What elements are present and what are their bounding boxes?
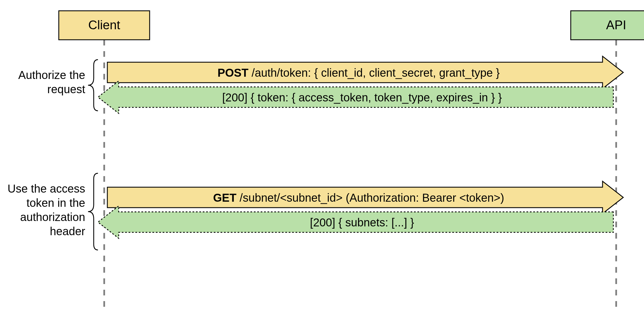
- use-response-text: [200] { subnets: [...] }: [310, 216, 414, 229]
- use-request-rest: /subnet/<subnet_id> (Authorization: Bear…: [237, 191, 504, 204]
- api-actor-label: API: [606, 18, 626, 32]
- group-use-label-line1: Use the access: [8, 182, 85, 195]
- auth-request-rest: /auth/token: { client_id, client_secret,…: [248, 66, 500, 79]
- auth-response-text: [200] { token: { access_token, token_typ…: [222, 91, 502, 104]
- use-request-method: GET: [213, 191, 236, 204]
- group-auth-label-line1: Authorize the: [18, 69, 85, 81]
- group-use-label-line2: token in the: [26, 197, 85, 209]
- auth-request-method: POST: [218, 66, 248, 79]
- group-auth-label-line2: request: [47, 83, 85, 95]
- group-use-label-line4: header: [50, 225, 85, 237]
- group-use-label-line3: authorization: [20, 211, 85, 223]
- auth-request-text: POST /auth/token: { client_id, client_se…: [218, 66, 500, 79]
- use-request-text: GET /subnet/<subnet_id> (Authorization: …: [213, 191, 504, 204]
- sequence-diagram: Client API Authorize the request POST /a…: [0, 0, 644, 317]
- brace-auth: [88, 60, 98, 111]
- client-actor-label: Client: [88, 18, 120, 32]
- brace-use: [88, 173, 98, 250]
